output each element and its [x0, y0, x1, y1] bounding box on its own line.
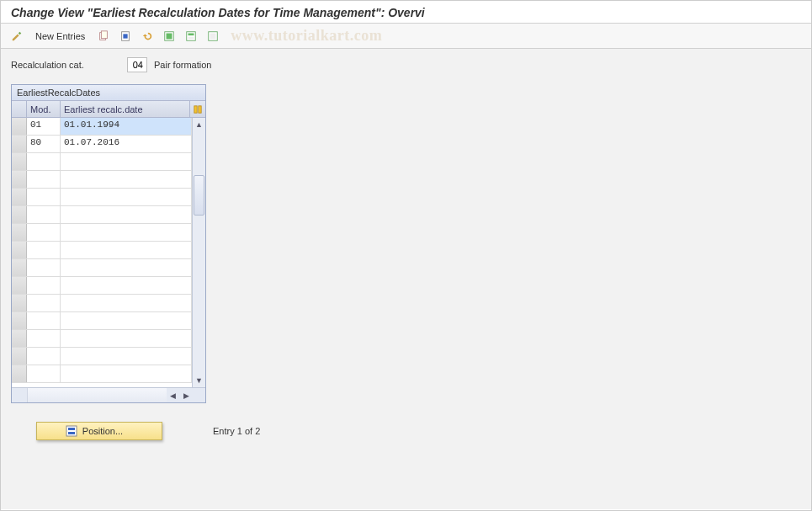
cell-mod[interactable]: [27, 312, 61, 329]
table-row[interactable]: [12, 171, 192, 189]
table-row[interactable]: [12, 365, 192, 383]
table-footer: ◀ ▶: [12, 387, 205, 402]
entry-status: Entry 1 of 2: [213, 426, 260, 436]
undo-icon[interactable]: [138, 28, 157, 45]
cell-earliest-recalc-date[interactable]: [61, 259, 192, 276]
cell-earliest-recalc-date[interactable]: [61, 295, 192, 311]
svg-rect-14: [68, 428, 75, 430]
cell-mod[interactable]: 01: [27, 118, 61, 135]
row-selector[interactable]: [12, 312, 27, 329]
deselect-all-icon[interactable]: [204, 28, 222, 45]
vertical-scrollbar[interactable]: ▲ ▼: [192, 118, 205, 387]
row-selector[interactable]: [12, 348, 27, 365]
recalc-category-row: Recalculation cat. 04 Pair formation: [11, 57, 801, 72]
position-button[interactable]: Position...: [36, 422, 162, 440]
row-selector[interactable]: [12, 206, 27, 223]
table-row[interactable]: [12, 348, 192, 365]
row-selector[interactable]: [12, 277, 27, 294]
cell-earliest-recalc-date[interactable]: [61, 206, 192, 223]
cell-mod[interactable]: [27, 295, 61, 311]
cell-earliest-recalc-date[interactable]: [61, 365, 192, 382]
row-selector[interactable]: [12, 136, 27, 152]
cell-earliest-recalc-date[interactable]: [61, 242, 192, 258]
cell-earliest-recalc-date[interactable]: [61, 171, 192, 188]
watermark-text: www.tutorialkart.com: [231, 27, 382, 45]
row-selector[interactable]: [12, 242, 27, 258]
toggle-change-icon[interactable]: [8, 28, 26, 45]
recalc-category-value[interactable]: 04: [127, 57, 147, 72]
column-row-selector[interactable]: [12, 101, 27, 117]
svg-rect-11: [194, 105, 197, 112]
toolbar: New Entries www.tutorialkart.com: [1, 24, 811, 49]
cell-mod[interactable]: [27, 153, 61, 170]
row-selector[interactable]: [12, 153, 27, 170]
cell-mod[interactable]: [27, 259, 61, 276]
table-row[interactable]: [12, 189, 192, 206]
cell-earliest-recalc-date[interactable]: [61, 189, 192, 205]
earliest-recalc-table: EarliestRecalcDates Mod. Earliest recalc…: [11, 84, 206, 403]
cell-earliest-recalc-date[interactable]: [61, 224, 192, 241]
table-row[interactable]: 0101.01.1994: [12, 118, 192, 136]
cell-earliest-recalc-date[interactable]: 01.07.2016: [61, 136, 192, 152]
scroll-up-icon[interactable]: ▲: [194, 119, 205, 130]
table-row[interactable]: [12, 312, 192, 330]
table-row[interactable]: [12, 330, 192, 348]
recalc-category-description: Pair formation: [154, 60, 211, 70]
table-row[interactable]: [12, 242, 192, 259]
row-selector[interactable]: [12, 295, 27, 311]
row-selector[interactable]: [12, 118, 27, 135]
table-title: EarliestRecalcDates: [12, 85, 205, 101]
scroll-thumb[interactable]: [194, 175, 204, 216]
row-selector[interactable]: [12, 224, 27, 241]
delete-icon[interactable]: [116, 28, 135, 45]
row-selector[interactable]: [12, 171, 27, 188]
cell-earliest-recalc-date[interactable]: [61, 330, 192, 347]
column-earliest-recalc-date[interactable]: Earliest recalc.date: [61, 101, 190, 117]
cell-earliest-recalc-date[interactable]: [61, 277, 192, 294]
new-entries-button[interactable]: New Entries: [29, 28, 91, 45]
cell-mod[interactable]: [27, 206, 61, 223]
table-row[interactable]: 8001.07.2016: [12, 136, 192, 153]
row-selector[interactable]: [12, 259, 27, 276]
scroll-down-icon[interactable]: ▼: [194, 375, 205, 386]
cell-earliest-recalc-date[interactable]: [61, 312, 192, 329]
table-body: 0101.01.19948001.07.2016: [12, 118, 192, 387]
table-row[interactable]: [12, 224, 192, 242]
page-title: Change View "Earliest Recalculation Date…: [11, 6, 425, 19]
svg-rect-3: [124, 34, 128, 38]
cell-earliest-recalc-date[interactable]: [61, 348, 192, 365]
select-block-icon[interactable]: [182, 28, 200, 45]
svg-rect-7: [188, 33, 194, 35]
content-area: Recalculation cat. 04 Pair formation Ear…: [1, 49, 811, 509]
hscroll-track[interactable]: [27, 388, 167, 402]
cell-mod[interactable]: [27, 330, 61, 347]
select-all-icon[interactable]: [160, 28, 178, 45]
copy-icon[interactable]: [94, 28, 113, 45]
row-selector[interactable]: [12, 189, 27, 205]
cell-mod[interactable]: [27, 348, 61, 365]
table-row[interactable]: [12, 277, 192, 295]
table-row[interactable]: [12, 206, 192, 224]
position-button-label: Position...: [82, 426, 123, 436]
cell-mod[interactable]: [27, 189, 61, 205]
scroll-right-icon[interactable]: ▶: [180, 390, 192, 402]
scroll-track[interactable]: [193, 131, 205, 374]
cell-mod[interactable]: [27, 224, 61, 241]
cell-earliest-recalc-date[interactable]: 01.01.1994: [61, 118, 192, 135]
row-selector[interactable]: [12, 330, 27, 347]
table-configure-icon[interactable]: [190, 101, 205, 117]
cell-earliest-recalc-date[interactable]: [61, 153, 192, 170]
table-row[interactable]: [12, 259, 192, 277]
cell-mod[interactable]: [27, 365, 61, 382]
scroll-left-icon[interactable]: ◀: [167, 390, 178, 402]
cell-mod[interactable]: [27, 171, 61, 188]
cell-mod[interactable]: [27, 277, 61, 294]
table-header: Mod. Earliest recalc.date: [12, 101, 205, 118]
cell-mod[interactable]: [27, 242, 61, 258]
table-row[interactable]: [12, 153, 192, 171]
row-selector[interactable]: [12, 365, 27, 382]
cell-mod[interactable]: 80: [27, 136, 61, 152]
column-mod[interactable]: Mod.: [27, 101, 61, 117]
svg-rect-13: [66, 426, 77, 436]
table-row[interactable]: [12, 295, 192, 312]
